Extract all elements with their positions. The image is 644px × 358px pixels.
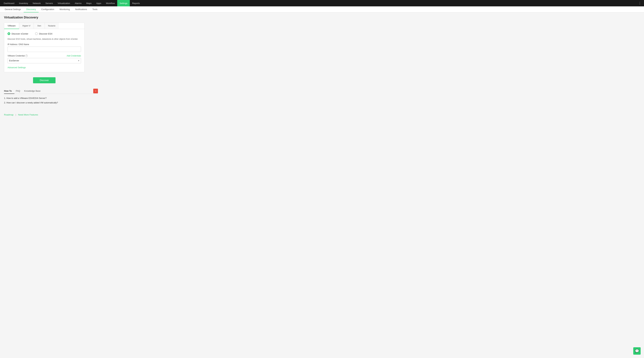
nav-item-servers[interactable]: Servers	[43, 0, 55, 6]
virtualization-card: VMware Hyper-V Xen Nutanix Discover vCen…	[4, 23, 84, 72]
credential-label-wrapper: VMware Credential ?	[8, 55, 28, 57]
help-tab-howto[interactable]: How To	[4, 88, 14, 94]
credential-group: VMware Credential ? Add Credentials EsxS…	[8, 55, 81, 63]
virt-tab-xen[interactable]: Xen	[34, 23, 44, 29]
subnav-configuration[interactable]: Configuration	[38, 6, 57, 12]
radio-vcenter[interactable]: Discover vCenter	[8, 32, 28, 35]
ip-address-label: IP Address / DNS Name	[8, 43, 81, 45]
virt-tabs: VMware Hyper-V Xen Nutanix	[4, 23, 84, 29]
radio-group: Discover vCenter Discover ESX	[8, 32, 81, 35]
subnav-notifications[interactable]: Notifications	[72, 6, 90, 12]
nav-item-settings[interactable]: Settings	[117, 0, 130, 6]
chat-button[interactable]: 💬	[633, 347, 641, 355]
top-navigation: Dashboard Inventory Network Servers Virt…	[0, 0, 644, 6]
main-content: Virtualization Discovery VMware Hyper-V …	[0, 12, 644, 358]
advanced-settings-link[interactable]: Advanced Settings	[8, 66, 26, 69]
credential-select[interactable]: EsxServer	[8, 58, 81, 63]
radio-esx[interactable]: Discover ESX	[35, 32, 52, 35]
virt-tab-vmware[interactable]: VMware	[4, 23, 19, 29]
credential-select-wrapper: EsxServer ▼	[8, 58, 81, 63]
roadmap-link[interactable]: Roadmap	[4, 113, 14, 116]
nav-item-inventory[interactable]: Inventory	[17, 0, 30, 6]
help-tab-faq[interactable]: FAQ	[16, 88, 23, 94]
credential-header: VMware Credential ? Add Credentials	[8, 55, 81, 57]
subnav-tools[interactable]: Tools	[90, 6, 100, 12]
nav-item-maps[interactable]: Maps	[84, 0, 94, 6]
ip-address-group: IP Address / DNS Name	[8, 43, 81, 52]
footer-links: Roadmap | Need More Features	[4, 113, 640, 116]
need-more-features-link[interactable]: Need More Features	[18, 113, 38, 116]
nav-item-reports[interactable]: Reports	[130, 0, 142, 6]
radio-esx-circle	[35, 32, 38, 35]
ip-address-input[interactable]	[8, 47, 81, 52]
nav-item-network[interactable]: Network	[30, 0, 43, 6]
discover-description: Discover ESX hosts, virtual machines, da…	[8, 38, 81, 40]
nav-item-virtualization[interactable]: Virtualization	[55, 0, 72, 6]
sub-navigation: General Settings Discovery Configuration…	[0, 6, 644, 12]
virt-tab-hyperv[interactable]: Hyper-V	[19, 23, 34, 29]
nav-item-workflow[interactable]: Workflow	[104, 0, 117, 6]
radio-vcenter-circle	[8, 32, 10, 35]
help-item-2: 2. How can I discover a newly added VM a…	[4, 101, 98, 104]
virt-tab-nutanix[interactable]: Nutanix	[45, 23, 59, 29]
subnav-monitoring[interactable]: Monitoring	[57, 6, 72, 12]
credential-label-text: VMware Credential	[8, 55, 25, 57]
help-tabs: How To FAQ Knowledge Base −	[4, 88, 98, 94]
help-content: 1. How to add a VMware ESX/ESXi Server? …	[4, 94, 98, 108]
radio-esx-label: Discover ESX	[39, 32, 52, 35]
subnav-discovery[interactable]: Discovery	[24, 6, 38, 12]
radio-vcenter-label: Discover vCenter	[12, 32, 28, 35]
virt-tab-content: Discover vCenter Discover ESX Discover E…	[4, 29, 84, 72]
footer-separator: |	[16, 113, 16, 116]
collapse-help-button[interactable]: −	[93, 89, 98, 93]
help-tab-knowledge[interactable]: Knowledge Base	[24, 88, 43, 94]
subnav-general-settings[interactable]: General Settings	[2, 6, 24, 12]
top-nav-items: Dashboard Inventory Network Servers Virt…	[1, 0, 637, 6]
chat-icon: 💬	[635, 349, 639, 353]
nav-item-alarms[interactable]: Alarms	[72, 0, 84, 6]
page-title: Virtualization Discovery	[4, 16, 640, 19]
discover-button[interactable]: Discover	[33, 77, 56, 83]
help-section: How To FAQ Knowledge Base − 1. How to ad…	[4, 88, 98, 108]
credential-help-icon[interactable]: ?	[25, 55, 28, 57]
discover-button-area: Discover	[4, 77, 84, 83]
help-item-1: 1. How to add a VMware ESX/ESXi Server?	[4, 96, 98, 100]
add-credentials-link[interactable]: Add Credentials	[67, 55, 81, 57]
nav-item-apps[interactable]: Apps	[94, 0, 104, 6]
nav-item-dashboard[interactable]: Dashboard	[1, 0, 17, 6]
more-options-icon[interactable]: ⋮	[637, 1, 643, 5]
